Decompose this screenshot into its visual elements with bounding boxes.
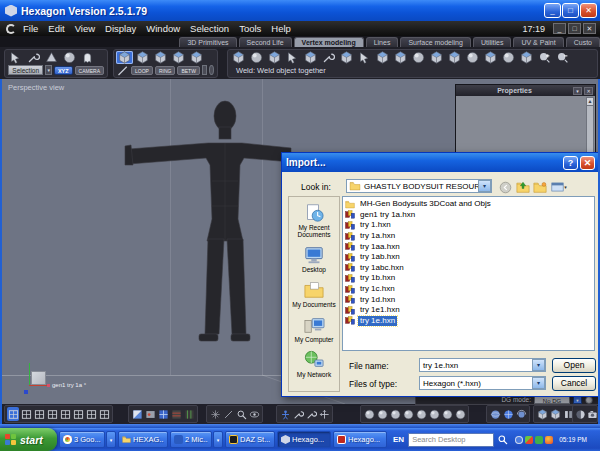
weld-plus-icon[interactable] (536, 51, 553, 64)
tab-vertex-modeling[interactable]: Vertex modeling (294, 37, 364, 47)
taskbar-item-hexagon-doc[interactable]: Hexago... (333, 431, 387, 448)
file-list[interactable]: MH-Gen Bodysuits 3DCoat and Objs gen1 tr… (342, 196, 595, 351)
language-indicator[interactable]: EN (393, 435, 404, 444)
layout-single-icon[interactable] (7, 407, 19, 421)
measure-icon[interactable] (222, 407, 234, 421)
files-of-type-arrow-icon[interactable]: ▾ (532, 377, 545, 389)
layout-split-icon[interactable] (33, 407, 45, 421)
shrink-selection-icon[interactable] (209, 65, 214, 75)
tab-uv-paint[interactable]: UV & Paint (513, 37, 563, 47)
viewport-bg-icon[interactable] (131, 407, 143, 421)
shade-hidden-icon[interactable] (376, 407, 388, 421)
half-sphere-icon[interactable] (575, 407, 586, 421)
place-my-computer[interactable]: My Computer (294, 315, 333, 343)
tab-3d-primitives[interactable]: 3D Primitives (179, 37, 236, 47)
select-tool-icon[interactable] (7, 51, 24, 64)
tool-icon-8[interactable] (356, 51, 373, 64)
file-row[interactable]: try 1.hxn (345, 220, 594, 231)
facet-cube-icon[interactable] (536, 407, 548, 421)
selection-dropdown-arrow-icon[interactable]: ▾ (45, 65, 52, 75)
look-in-dropdown[interactable]: GHASTLY BODYSUIT RESOURCE KIT ▾ (346, 179, 492, 193)
properties-close-icon[interactable]: ✕ (584, 87, 593, 95)
file-row[interactable]: try 1abc.hxn (345, 263, 594, 274)
new-folder-icon[interactable] (532, 180, 547, 194)
uv-mode-icon[interactable] (188, 51, 205, 64)
loop-button[interactable]: LOOP (131, 66, 153, 75)
file-row[interactable]: try 1aa.hxn (345, 241, 594, 252)
point-mode-icon[interactable] (170, 51, 187, 64)
origin-cube-icon[interactable] (31, 371, 46, 385)
tab-surface-modeling[interactable]: Surface modeling (400, 37, 470, 47)
taskbar-item-daz-studio[interactable]: DAZ St... (225, 431, 275, 448)
dialog-close-button[interactable]: ✕ (580, 156, 595, 170)
file-name-input[interactable]: try 1e.hxn ▾ (419, 358, 546, 372)
camera-icon[interactable] (587, 407, 598, 421)
file-row[interactable]: try 1b.hxn (345, 273, 594, 284)
tool-icon-12[interactable] (428, 51, 445, 64)
xyz-button[interactable]: XYZ (54, 66, 73, 75)
taskbar-item-folder[interactable]: HEXAG... (118, 431, 168, 448)
tool-icon-3[interactable] (266, 51, 283, 64)
tool-wrench2-icon[interactable] (305, 407, 317, 421)
env-rotate-icon[interactable] (515, 407, 527, 421)
ghost-tool-icon[interactable] (79, 51, 96, 64)
shade-smooth-icon[interactable] (402, 407, 414, 421)
tool-icon-14[interactable] (464, 51, 481, 64)
up-folder-icon[interactable] (515, 180, 530, 194)
file-row[interactable]: try 1e1.hxn (345, 305, 594, 316)
face-mode-icon[interactable] (134, 51, 151, 64)
place-desktop[interactable]: Desktop (302, 245, 326, 273)
menu-edit[interactable]: Edit (48, 23, 64, 34)
pen-select-icon[interactable] (117, 66, 129, 75)
file-row[interactable]: try 1a.hxn (345, 231, 594, 242)
files-of-type-dropdown[interactable]: Hexagon (*.hxn) ▾ (419, 376, 546, 390)
menu-window[interactable]: Window (146, 23, 180, 34)
properties-collapse-icon[interactable]: ▾ (573, 87, 582, 95)
menu-selection[interactable]: Selection (190, 23, 229, 34)
shade-textured-icon[interactable] (415, 407, 427, 421)
tray-chevron-icon[interactable] (515, 436, 523, 444)
place-recent-documents[interactable]: My Recent Documents (289, 203, 339, 238)
move-arrows-icon[interactable] (318, 407, 330, 421)
ring-button[interactable]: RING (155, 66, 176, 75)
layout-quad-icon[interactable] (20, 407, 32, 421)
shade-xray-icon[interactable] (454, 407, 466, 421)
taskbar-item-hexagon-active[interactable]: Hexago... (277, 431, 331, 448)
minimize-button[interactable]: _ (544, 3, 561, 18)
tool-icon-17[interactable] (518, 51, 535, 64)
snap-icon[interactable] (209, 407, 221, 421)
env-sphere-icon[interactable] (489, 407, 501, 421)
menu-display[interactable]: Display (105, 23, 136, 34)
tool-icon-6[interactable] (320, 51, 337, 64)
layout-wide-icon[interactable] (85, 407, 97, 421)
menu-file[interactable]: File (23, 23, 38, 34)
taskbar-group-arrow-icon[interactable]: ▾ (106, 431, 116, 448)
back-icon[interactable] (498, 180, 513, 194)
human-mesh-figure[interactable] (115, 91, 293, 353)
camera-button[interactable]: CAMERA (75, 66, 104, 75)
import-dialog-titlebar[interactable]: Import... ? ✕ (282, 153, 599, 172)
tool-icon-15[interactable] (482, 51, 499, 64)
search-input[interactable] (408, 433, 494, 447)
doc-close-button[interactable]: ✕ (583, 23, 596, 34)
open-button[interactable]: Open (552, 358, 596, 373)
smooth-cube-icon[interactable] (549, 407, 561, 421)
file-row[interactable]: try 1d.hxn (345, 294, 594, 305)
shade-wire-icon[interactable] (363, 407, 375, 421)
tool-icon-1[interactable] (230, 51, 247, 64)
grid-red-icon[interactable] (170, 407, 182, 421)
taskbar-group-arrow-icon[interactable]: ▾ (213, 431, 223, 448)
restore-button[interactable]: □ (562, 3, 579, 18)
weld-minus-icon[interactable] (554, 51, 571, 64)
cone-tool-icon[interactable] (43, 51, 60, 64)
tool-icon-5[interactable] (302, 51, 319, 64)
taskbar-item-office[interactable]: 2 Mic... (170, 431, 212, 448)
object-mode-icon[interactable] (116, 51, 133, 64)
tab-utilities[interactable]: Utilities (473, 37, 512, 47)
tool-icon-10[interactable] (392, 51, 409, 64)
file-row[interactable]: gen1 try 1a.hxn (345, 210, 594, 221)
close-button[interactable]: ✕ (580, 3, 597, 18)
tool-wrench-icon[interactable] (292, 407, 304, 421)
search-icon[interactable] (496, 433, 509, 447)
scroll-up-icon[interactable]: ▲ (587, 98, 593, 106)
